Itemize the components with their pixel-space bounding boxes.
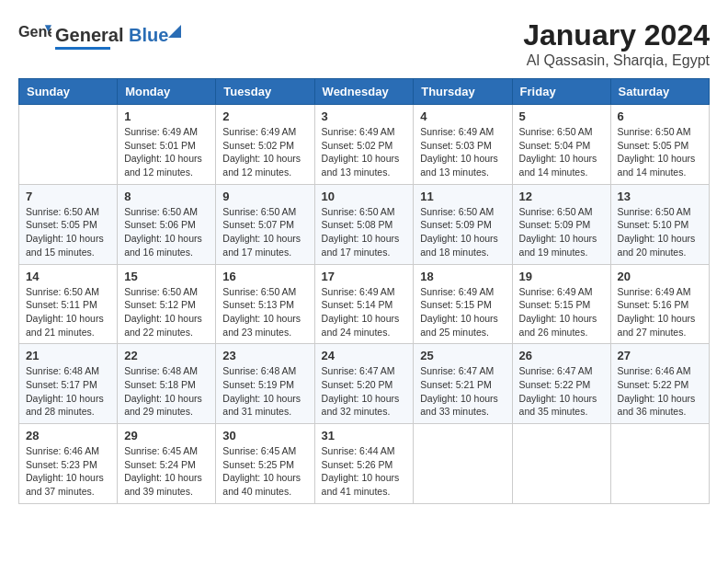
day-info: Sunrise: 6:46 AMSunset: 5:22 PMDaylight:… [618, 364, 702, 419]
calendar-cell: 9Sunrise: 6:50 AMSunset: 5:07 PMDaylight… [216, 184, 314, 264]
day-info: Sunrise: 6:50 AMSunset: 5:06 PMDaylight:… [124, 205, 209, 259]
logo-blue: Blue [123, 25, 168, 45]
calendar-cell [19, 105, 118, 185]
calendar-cell [414, 424, 512, 504]
logo-general: General [55, 25, 123, 45]
day-info: Sunrise: 6:50 AMSunset: 5:05 PMDaylight:… [618, 125, 702, 179]
day-number: 1 [124, 109, 209, 123]
day-number: 17 [322, 270, 407, 283]
calendar-cell: 22Sunrise: 6:48 AMSunset: 5:18 PMDayligh… [118, 344, 216, 424]
day-number: 20 [618, 270, 702, 283]
day-info: Sunrise: 6:49 AMSunset: 5:01 PMDaylight:… [124, 125, 209, 179]
day-number: 18 [420, 270, 505, 283]
column-header-saturday: Saturday [610, 79, 709, 105]
calendar-cell: 17Sunrise: 6:49 AMSunset: 5:14 PMDayligh… [314, 264, 414, 344]
day-info: Sunrise: 6:47 AMSunset: 5:20 PMDaylight:… [322, 364, 407, 419]
day-info: Sunrise: 6:49 AMSunset: 5:15 PMDaylight:… [420, 285, 505, 339]
day-info: Sunrise: 6:45 AMSunset: 5:24 PMDaylight:… [124, 444, 209, 499]
calendar-cell: 23Sunrise: 6:48 AMSunset: 5:19 PMDayligh… [216, 344, 314, 424]
day-number: 24 [322, 349, 407, 362]
calendar-cell: 27Sunrise: 6:46 AMSunset: 5:22 PMDayligh… [610, 344, 709, 424]
day-info: Sunrise: 6:50 AMSunset: 5:12 PMDaylight:… [124, 285, 209, 339]
calendar-cell: 20Sunrise: 6:49 AMSunset: 5:16 PMDayligh… [610, 264, 709, 344]
calendar-cell: 6Sunrise: 6:50 AMSunset: 5:05 PMDaylight… [610, 105, 709, 185]
day-info: Sunrise: 6:47 AMSunset: 5:22 PMDaylight:… [519, 364, 604, 419]
calendar-cell: 5Sunrise: 6:50 AMSunset: 5:04 PMDaylight… [512, 105, 610, 185]
day-number: 14 [26, 270, 110, 283]
calendar-cell: 3Sunrise: 6:49 AMSunset: 5:02 PMDaylight… [314, 105, 414, 185]
calendar-table: SundayMondayTuesdayWednesdayThursdayFrid… [18, 78, 710, 504]
calendar-week-row: 28Sunrise: 6:46 AMSunset: 5:23 PMDayligh… [19, 424, 710, 504]
calendar-cell: 21Sunrise: 6:48 AMSunset: 5:17 PMDayligh… [19, 344, 118, 424]
page-header: General General Blue January 2024 Al Qas… [18, 18, 710, 69]
calendar-cell: 16Sunrise: 6:50 AMSunset: 5:13 PMDayligh… [216, 264, 314, 344]
calendar-cell: 12Sunrise: 6:50 AMSunset: 5:09 PMDayligh… [512, 184, 610, 264]
day-info: Sunrise: 6:48 AMSunset: 5:19 PMDaylight:… [222, 364, 307, 419]
calendar-header-row: SundayMondayTuesdayWednesdayThursdayFrid… [19, 79, 710, 105]
day-number: 8 [124, 190, 209, 203]
calendar-cell: 25Sunrise: 6:47 AMSunset: 5:21 PMDayligh… [414, 344, 512, 424]
day-number: 11 [420, 190, 505, 203]
calendar-cell: 13Sunrise: 6:50 AMSunset: 5:10 PMDayligh… [610, 184, 709, 264]
calendar-cell: 24Sunrise: 6:47 AMSunset: 5:20 PMDayligh… [314, 344, 414, 424]
day-number: 9 [222, 190, 307, 203]
column-header-friday: Friday [512, 79, 610, 105]
day-number: 28 [26, 429, 110, 442]
day-info: Sunrise: 6:50 AMSunset: 5:08 PMDaylight:… [322, 205, 407, 259]
calendar-cell: 2Sunrise: 6:49 AMSunset: 5:02 PMDaylight… [216, 105, 314, 185]
day-info: Sunrise: 6:49 AMSunset: 5:15 PMDaylight:… [519, 285, 604, 339]
day-info: Sunrise: 6:50 AMSunset: 5:07 PMDaylight:… [222, 205, 307, 259]
column-header-tuesday: Tuesday [216, 79, 314, 105]
calendar-week-row: 1Sunrise: 6:49 AMSunset: 5:01 PMDaylight… [19, 105, 710, 185]
day-info: Sunrise: 6:49 AMSunset: 5:02 PMDaylight:… [322, 125, 407, 179]
calendar-cell: 18Sunrise: 6:49 AMSunset: 5:15 PMDayligh… [414, 264, 512, 344]
day-number: 27 [618, 349, 702, 362]
page-title: January 2024 [523, 18, 710, 52]
day-info: Sunrise: 6:49 AMSunset: 5:02 PMDaylight:… [222, 125, 307, 179]
page-subtitle: Al Qassasin, Sharqia, Egypt [523, 52, 710, 69]
title-block: January 2024 Al Qassasin, Sharqia, Egypt [523, 18, 710, 69]
calendar-cell: 14Sunrise: 6:50 AMSunset: 5:11 PMDayligh… [19, 264, 118, 344]
day-number: 4 [420, 109, 505, 123]
calendar-cell: 19Sunrise: 6:49 AMSunset: 5:15 PMDayligh… [512, 264, 610, 344]
column-header-wednesday: Wednesday [314, 79, 414, 105]
day-info: Sunrise: 6:45 AMSunset: 5:25 PMDaylight:… [222, 444, 307, 499]
day-number: 22 [124, 349, 209, 362]
day-number: 19 [519, 270, 604, 283]
column-header-monday: Monday [118, 79, 216, 105]
calendar-cell: 4Sunrise: 6:49 AMSunset: 5:03 PMDaylight… [414, 105, 512, 185]
calendar-cell: 1Sunrise: 6:49 AMSunset: 5:01 PMDaylight… [118, 105, 216, 185]
day-number: 31 [322, 429, 407, 442]
day-info: Sunrise: 6:50 AMSunset: 5:09 PMDaylight:… [420, 205, 505, 259]
day-number: 2 [222, 109, 307, 123]
calendar-week-row: 7Sunrise: 6:50 AMSunset: 5:05 PMDaylight… [19, 184, 710, 264]
calendar-cell [512, 424, 610, 504]
day-number: 12 [519, 190, 604, 203]
day-info: Sunrise: 6:50 AMSunset: 5:05 PMDaylight:… [26, 205, 110, 259]
logo-text-block: General Blue [55, 25, 168, 50]
day-info: Sunrise: 6:44 AMSunset: 5:26 PMDaylight:… [322, 444, 407, 499]
day-info: Sunrise: 6:47 AMSunset: 5:21 PMDaylight:… [420, 364, 505, 419]
day-info: Sunrise: 6:49 AMSunset: 5:03 PMDaylight:… [420, 125, 505, 179]
logo-icon: General [18, 18, 51, 55]
day-number: 23 [222, 349, 307, 362]
day-info: Sunrise: 6:48 AMSunset: 5:17 PMDaylight:… [26, 364, 110, 419]
day-info: Sunrise: 6:50 AMSunset: 5:10 PMDaylight:… [618, 205, 702, 259]
calendar-cell: 28Sunrise: 6:46 AMSunset: 5:23 PMDayligh… [19, 424, 118, 504]
calendar-cell: 15Sunrise: 6:50 AMSunset: 5:12 PMDayligh… [118, 264, 216, 344]
calendar-cell: 8Sunrise: 6:50 AMSunset: 5:06 PMDaylight… [118, 184, 216, 264]
calendar-week-row: 14Sunrise: 6:50 AMSunset: 5:11 PMDayligh… [19, 264, 710, 344]
day-info: Sunrise: 6:50 AMSunset: 5:13 PMDaylight:… [222, 285, 307, 339]
day-info: Sunrise: 6:50 AMSunset: 5:11 PMDaylight:… [26, 285, 110, 339]
day-number: 29 [124, 429, 209, 442]
day-number: 25 [420, 349, 505, 362]
calendar-cell: 31Sunrise: 6:44 AMSunset: 5:26 PMDayligh… [314, 424, 414, 504]
calendar-cell: 29Sunrise: 6:45 AMSunset: 5:24 PMDayligh… [118, 424, 216, 504]
day-info: Sunrise: 6:46 AMSunset: 5:23 PMDaylight:… [26, 444, 110, 499]
day-number: 30 [222, 429, 307, 442]
calendar-cell [610, 424, 709, 504]
day-number: 16 [222, 270, 307, 283]
calendar-cell: 7Sunrise: 6:50 AMSunset: 5:05 PMDaylight… [19, 184, 118, 264]
day-info: Sunrise: 6:50 AMSunset: 5:09 PMDaylight:… [519, 205, 604, 259]
calendar-cell: 26Sunrise: 6:47 AMSunset: 5:22 PMDayligh… [512, 344, 610, 424]
